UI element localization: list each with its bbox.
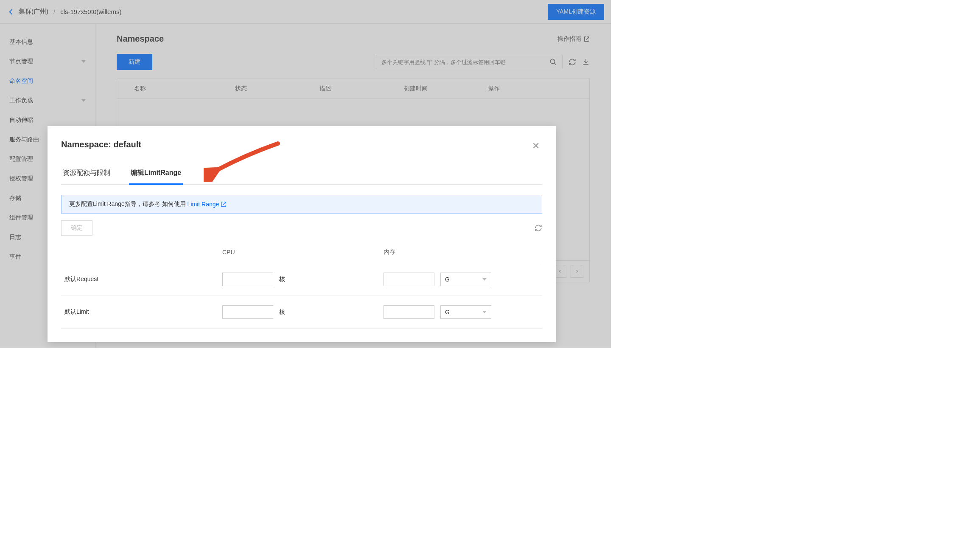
form-head-row: CPU 内存 — [61, 242, 542, 263]
info-banner: 更多配置Limit Range指导，请参考 如何使用 Limit Range — [61, 195, 542, 214]
external-link-icon — [221, 201, 227, 207]
request-cpu-input[interactable] — [222, 273, 273, 286]
limit-cpu-input[interactable] — [222, 305, 273, 319]
row-default-limit: 默认Limit 核 G — [61, 296, 542, 329]
modal-tabs: 资源配额与限制 编辑LimitRange — [61, 163, 542, 185]
close-icon[interactable]: ✕ — [529, 140, 542, 152]
limit-mem-unit-select[interactable]: G — [440, 305, 491, 319]
limit-mem-input[interactable] — [384, 305, 434, 319]
confirm-button[interactable]: 确定 — [61, 220, 92, 236]
chevron-down-icon — [482, 311, 487, 313]
info-banner-text: 更多配置Limit Range指导，请参考 如何使用 — [69, 200, 186, 208]
row-default-request: 默认Request 核 G — [61, 263, 542, 296]
row-label: 默认Limit — [61, 308, 222, 316]
row-label: 默认Request — [61, 276, 222, 283]
chevron-down-icon — [482, 278, 487, 281]
cpu-unit-label: 核 — [279, 308, 285, 316]
unit-text: G — [445, 276, 450, 283]
modal-title: Namespace: default — [61, 140, 141, 149]
refresh-icon[interactable] — [535, 224, 542, 232]
unit-text: G — [445, 309, 450, 315]
tab-resource-quota[interactable]: 资源配额与限制 — [61, 163, 112, 185]
tab-limit-range[interactable]: 编辑LimitRange — [129, 163, 183, 185]
request-mem-input[interactable] — [384, 273, 434, 286]
limit-range-help-link[interactable]: Limit Range — [188, 201, 219, 208]
request-mem-unit-select[interactable]: G — [440, 273, 491, 286]
limit-range-form: CPU 内存 默认Request 核 G 默认Limit — [61, 242, 542, 329]
col-head-cpu: CPU — [222, 249, 384, 256]
namespace-modal: Namespace: default ✕ 资源配额与限制 编辑LimitRang… — [48, 126, 556, 342]
cpu-unit-label: 核 — [279, 276, 285, 283]
col-head-mem: 内存 — [384, 248, 542, 256]
